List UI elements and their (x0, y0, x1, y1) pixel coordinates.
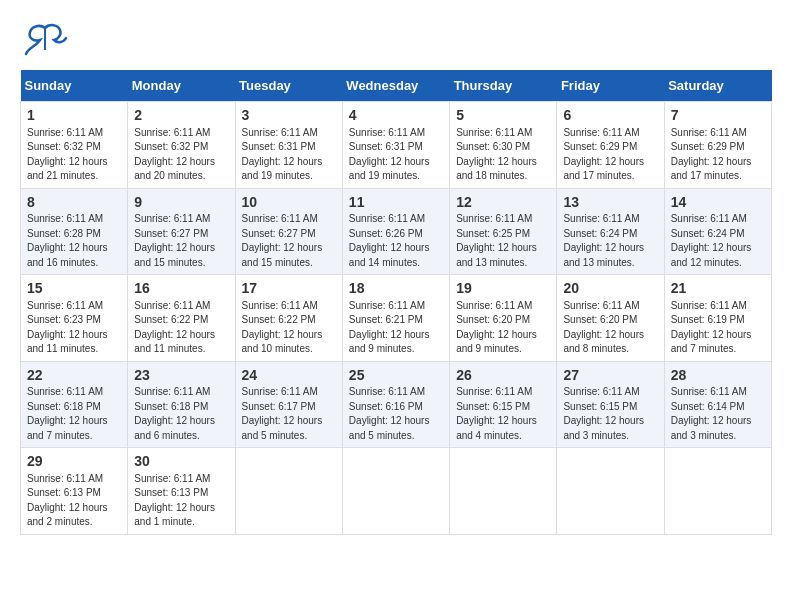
day-info: Sunrise: 6:11 AMSunset: 6:13 PMDaylight:… (134, 472, 228, 530)
header-sunday: Sunday (21, 70, 128, 102)
day-number: 24 (242, 366, 336, 386)
day-number: 27 (563, 366, 657, 386)
day-info: Sunrise: 6:11 AMSunset: 6:18 PMDaylight:… (134, 385, 228, 443)
day-number: 5 (456, 106, 550, 126)
week-row-2: 8Sunrise: 6:11 AMSunset: 6:28 PMDaylight… (21, 188, 772, 275)
day-number: 29 (27, 452, 121, 472)
calendar-cell: 11Sunrise: 6:11 AMSunset: 6:26 PMDayligh… (342, 188, 449, 275)
weekday-header-row: SundayMondayTuesdayWednesdayThursdayFrid… (21, 70, 772, 102)
header-thursday: Thursday (450, 70, 557, 102)
day-info: Sunrise: 6:11 AMSunset: 6:15 PMDaylight:… (456, 385, 550, 443)
calendar-cell: 30Sunrise: 6:11 AMSunset: 6:13 PMDayligh… (128, 448, 235, 535)
week-row-1: 1Sunrise: 6:11 AMSunset: 6:32 PMDaylight… (21, 102, 772, 189)
logo-icon (20, 20, 70, 60)
day-info: Sunrise: 6:11 AMSunset: 6:31 PMDaylight:… (242, 126, 336, 184)
day-info: Sunrise: 6:11 AMSunset: 6:22 PMDaylight:… (134, 299, 228, 357)
day-number: 23 (134, 366, 228, 386)
day-info: Sunrise: 6:11 AMSunset: 6:15 PMDaylight:… (563, 385, 657, 443)
day-number: 17 (242, 279, 336, 299)
day-info: Sunrise: 6:11 AMSunset: 6:13 PMDaylight:… (27, 472, 121, 530)
calendar-cell (342, 448, 449, 535)
day-info: Sunrise: 6:11 AMSunset: 6:19 PMDaylight:… (671, 299, 765, 357)
calendar-cell: 19Sunrise: 6:11 AMSunset: 6:20 PMDayligh… (450, 275, 557, 362)
calendar-cell: 10Sunrise: 6:11 AMSunset: 6:27 PMDayligh… (235, 188, 342, 275)
calendar-cell: 17Sunrise: 6:11 AMSunset: 6:22 PMDayligh… (235, 275, 342, 362)
calendar-cell: 20Sunrise: 6:11 AMSunset: 6:20 PMDayligh… (557, 275, 664, 362)
header-monday: Monday (128, 70, 235, 102)
day-number: 21 (671, 279, 765, 299)
day-number: 3 (242, 106, 336, 126)
day-info: Sunrise: 6:11 AMSunset: 6:28 PMDaylight:… (27, 212, 121, 270)
day-number: 10 (242, 193, 336, 213)
calendar-cell: 28Sunrise: 6:11 AMSunset: 6:14 PMDayligh… (664, 361, 771, 448)
day-info: Sunrise: 6:11 AMSunset: 6:26 PMDaylight:… (349, 212, 443, 270)
day-info: Sunrise: 6:11 AMSunset: 6:30 PMDaylight:… (456, 126, 550, 184)
calendar-cell: 24Sunrise: 6:11 AMSunset: 6:17 PMDayligh… (235, 361, 342, 448)
day-info: Sunrise: 6:11 AMSunset: 6:17 PMDaylight:… (242, 385, 336, 443)
week-row-3: 15Sunrise: 6:11 AMSunset: 6:23 PMDayligh… (21, 275, 772, 362)
day-info: Sunrise: 6:11 AMSunset: 6:16 PMDaylight:… (349, 385, 443, 443)
calendar-cell (450, 448, 557, 535)
calendar-cell: 6Sunrise: 6:11 AMSunset: 6:29 PMDaylight… (557, 102, 664, 189)
calendar-cell: 4Sunrise: 6:11 AMSunset: 6:31 PMDaylight… (342, 102, 449, 189)
day-info: Sunrise: 6:11 AMSunset: 6:24 PMDaylight:… (671, 212, 765, 270)
day-number: 18 (349, 279, 443, 299)
day-number: 4 (349, 106, 443, 126)
calendar-cell: 16Sunrise: 6:11 AMSunset: 6:22 PMDayligh… (128, 275, 235, 362)
calendar-cell (664, 448, 771, 535)
calendar-cell: 5Sunrise: 6:11 AMSunset: 6:30 PMDaylight… (450, 102, 557, 189)
day-number: 9 (134, 193, 228, 213)
day-info: Sunrise: 6:11 AMSunset: 6:21 PMDaylight:… (349, 299, 443, 357)
calendar-cell: 13Sunrise: 6:11 AMSunset: 6:24 PMDayligh… (557, 188, 664, 275)
calendar-cell: 1Sunrise: 6:11 AMSunset: 6:32 PMDaylight… (21, 102, 128, 189)
day-number: 7 (671, 106, 765, 126)
day-info: Sunrise: 6:11 AMSunset: 6:20 PMDaylight:… (456, 299, 550, 357)
day-number: 20 (563, 279, 657, 299)
day-number: 8 (27, 193, 121, 213)
day-info: Sunrise: 6:11 AMSunset: 6:23 PMDaylight:… (27, 299, 121, 357)
calendar-cell (235, 448, 342, 535)
day-number: 22 (27, 366, 121, 386)
day-number: 14 (671, 193, 765, 213)
day-info: Sunrise: 6:11 AMSunset: 6:31 PMDaylight:… (349, 126, 443, 184)
calendar-cell: 15Sunrise: 6:11 AMSunset: 6:23 PMDayligh… (21, 275, 128, 362)
day-info: Sunrise: 6:11 AMSunset: 6:32 PMDaylight:… (134, 126, 228, 184)
page-header (20, 20, 772, 60)
logo (20, 20, 74, 60)
calendar-cell: 25Sunrise: 6:11 AMSunset: 6:16 PMDayligh… (342, 361, 449, 448)
calendar-cell: 26Sunrise: 6:11 AMSunset: 6:15 PMDayligh… (450, 361, 557, 448)
day-info: Sunrise: 6:11 AMSunset: 6:27 PMDaylight:… (242, 212, 336, 270)
day-number: 30 (134, 452, 228, 472)
week-row-4: 22Sunrise: 6:11 AMSunset: 6:18 PMDayligh… (21, 361, 772, 448)
day-number: 26 (456, 366, 550, 386)
calendar-cell: 2Sunrise: 6:11 AMSunset: 6:32 PMDaylight… (128, 102, 235, 189)
day-number: 16 (134, 279, 228, 299)
header-tuesday: Tuesday (235, 70, 342, 102)
day-number: 11 (349, 193, 443, 213)
calendar-cell: 14Sunrise: 6:11 AMSunset: 6:24 PMDayligh… (664, 188, 771, 275)
day-number: 19 (456, 279, 550, 299)
day-info: Sunrise: 6:11 AMSunset: 6:29 PMDaylight:… (671, 126, 765, 184)
calendar-cell: 8Sunrise: 6:11 AMSunset: 6:28 PMDaylight… (21, 188, 128, 275)
day-info: Sunrise: 6:11 AMSunset: 6:32 PMDaylight:… (27, 126, 121, 184)
day-info: Sunrise: 6:11 AMSunset: 6:14 PMDaylight:… (671, 385, 765, 443)
day-number: 1 (27, 106, 121, 126)
calendar-cell (557, 448, 664, 535)
calendar-cell: 22Sunrise: 6:11 AMSunset: 6:18 PMDayligh… (21, 361, 128, 448)
day-number: 15 (27, 279, 121, 299)
calendar-cell: 7Sunrise: 6:11 AMSunset: 6:29 PMDaylight… (664, 102, 771, 189)
week-row-5: 29Sunrise: 6:11 AMSunset: 6:13 PMDayligh… (21, 448, 772, 535)
day-info: Sunrise: 6:11 AMSunset: 6:20 PMDaylight:… (563, 299, 657, 357)
calendar-cell: 9Sunrise: 6:11 AMSunset: 6:27 PMDaylight… (128, 188, 235, 275)
day-number: 25 (349, 366, 443, 386)
calendar-cell: 18Sunrise: 6:11 AMSunset: 6:21 PMDayligh… (342, 275, 449, 362)
header-friday: Friday (557, 70, 664, 102)
calendar-cell: 12Sunrise: 6:11 AMSunset: 6:25 PMDayligh… (450, 188, 557, 275)
day-number: 28 (671, 366, 765, 386)
calendar-cell: 29Sunrise: 6:11 AMSunset: 6:13 PMDayligh… (21, 448, 128, 535)
day-info: Sunrise: 6:11 AMSunset: 6:24 PMDaylight:… (563, 212, 657, 270)
day-info: Sunrise: 6:11 AMSunset: 6:27 PMDaylight:… (134, 212, 228, 270)
calendar-cell: 23Sunrise: 6:11 AMSunset: 6:18 PMDayligh… (128, 361, 235, 448)
day-info: Sunrise: 6:11 AMSunset: 6:25 PMDaylight:… (456, 212, 550, 270)
day-number: 6 (563, 106, 657, 126)
